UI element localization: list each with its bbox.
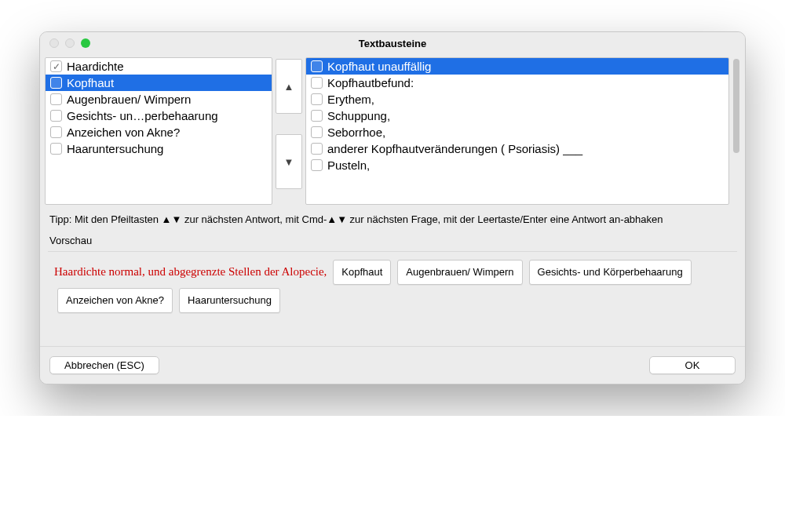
question-label: Kopfhaut [67,77,114,89]
list-area: HaardichteKopfhautAugenbrauen/ WimpernGe… [40,54,745,205]
question-row[interactable]: Haaruntersuchung [46,140,272,157]
answer-label: Schuppung, [327,110,390,122]
scrollbar-thumb[interactable] [733,59,739,153]
checkbox-icon[interactable] [311,93,323,105]
preview-chip[interactable]: Haaruntersuchung [179,288,280,313]
preview-label: Vorschau [40,228,745,251]
checkbox-icon[interactable] [311,126,323,138]
checkbox-icon[interactable] [50,110,62,122]
reorder-arrows: ▲ ▼ [276,57,302,205]
question-row[interactable]: Gesichts- un…perbehaarung [46,107,272,124]
checkbox-icon[interactable] [50,77,62,89]
preview-chip[interactable]: Augenbrauen/ Wimpern [397,260,522,285]
checkbox-icon[interactable] [50,143,62,155]
answer-row[interactable]: Pusteln, [306,157,728,173]
question-row[interactable]: Augenbrauen/ Wimpern [46,91,272,107]
question-label: Haardichte [67,60,124,72]
answer-row[interactable]: Kopfhautbefund: [306,75,728,91]
checkbox-icon[interactable] [50,126,62,138]
checkbox-icon[interactable] [311,77,323,89]
dialog-window: Textbausteine HaardichteKopfhautAugenbra… [39,31,746,384]
preview-chip[interactable]: Anzeichen von Akne? [57,288,173,313]
move-up-button[interactable]: ▲ [276,59,302,114]
answer-label: Kopfhautbefund: [327,77,414,89]
hint-text: Tipp: Mit den Pfeiltasten ▲▼ zur nächste… [40,205,745,228]
answer-row[interactable]: Seborrhoe, [306,124,728,140]
answer-label: Erythem, [327,93,374,105]
checkbox-icon[interactable] [311,159,323,171]
answer-label: Seborrhoe, [327,126,385,138]
question-label: Haaruntersuchung [67,143,163,155]
checkbox-icon[interactable] [311,60,323,72]
answer-label: Pusteln, [327,159,370,171]
answer-label: anderer Kopfhautveränderungen ( Psoriasi… [327,143,582,155]
question-row[interactable]: Anzeichen von Akne? [46,124,272,140]
preview-chip[interactable]: Kopfhaut [333,260,391,285]
answer-row[interactable]: Kopfhaut unauffällig [306,58,728,75]
checkbox-icon[interactable] [311,143,323,155]
checkbox-icon[interactable] [50,93,62,105]
question-row[interactable]: Kopfhaut [46,75,272,91]
question-label: Anzeichen von Akne? [67,126,180,138]
preview-composed-text: Haardichte normal, und abgegrenzte Stell… [54,265,327,278]
preview-area: Haardichte normal, und abgegrenzte Stell… [48,251,737,346]
checkbox-icon[interactable] [50,60,62,72]
question-row[interactable]: Haardichte [46,58,272,75]
cancel-button[interactable]: Abbrechen (ESC) [49,356,159,374]
question-label: Gesichts- un…perbehaarung [67,110,218,122]
questions-list[interactable]: HaardichteKopfhautAugenbrauen/ WimpernGe… [45,57,272,205]
question-label: Augenbrauen/ Wimpern [67,93,191,105]
preview-chip[interactable]: Gesichts- und Körperbehaarung [529,260,692,285]
dialog-footer: Abbrechen (ESC) OK [40,346,745,384]
ok-button[interactable]: OK [649,356,736,374]
answer-row[interactable]: anderer Kopfhautveränderungen ( Psoriasi… [306,140,728,157]
move-down-button[interactable]: ▼ [276,134,302,189]
titlebar: Textbausteine [40,32,745,54]
answer-row[interactable]: Erythem, [306,91,728,107]
window-title: Textbausteine [40,38,745,49]
answer-row[interactable]: Schuppung, [306,107,728,124]
answer-label: Kopfhaut unauffällig [327,60,431,72]
checkbox-icon[interactable] [311,110,323,122]
answers-list[interactable]: Kopfhaut unauffälligKopfhautbefund:Eryth… [305,57,729,205]
